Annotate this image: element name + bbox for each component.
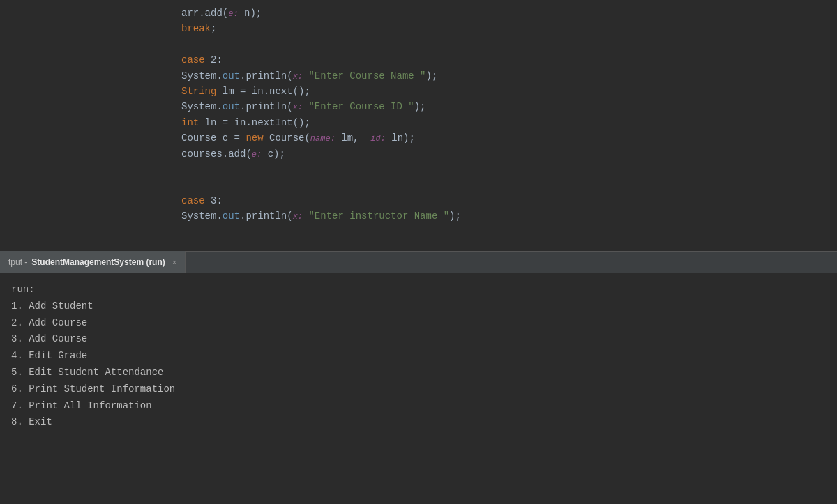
code-token: ln); <box>386 130 415 146</box>
code-line: System.out.println(x: "Enter Course ID "… <box>181 99 837 114</box>
code-token: new <box>246 130 263 146</box>
output-line: 1. Add Student <box>11 298 826 315</box>
output-line: 3. Add Course <box>11 331 826 348</box>
code-editor: arr.add(e: n); break; case 2: System.out… <box>0 0 837 251</box>
code-token: out <box>223 99 240 114</box>
code-token: .println( <box>240 99 293 114</box>
output-line: 8. Exit <box>11 414 826 431</box>
code-line: String lm = in.next(); <box>181 84 837 99</box>
code-token: break <box>181 21 211 36</box>
code-token: String <box>181 84 216 99</box>
code-token: Course( <box>264 130 310 146</box>
code-token: courses.add( <box>181 146 252 162</box>
code-token: .println( <box>240 208 293 224</box>
code-token: name: <box>310 132 335 146</box>
code-token: x: <box>293 70 303 84</box>
output-line: 2. Add Course <box>11 315 826 332</box>
code-token: Course c = <box>181 130 246 146</box>
code-token: e: <box>228 8 238 21</box>
code-line: Course c = new Course(name: lm, id: ln); <box>181 130 837 146</box>
code-token: out <box>223 208 240 224</box>
code-line: courses.add(e: c); <box>181 146 837 162</box>
code-token: 3: <box>205 193 223 208</box>
code-line: case 3: <box>181 193 837 208</box>
code-token: ); <box>449 208 461 224</box>
tab-prefix: tput - <box>8 257 27 267</box>
code-token: lm, <box>335 130 370 146</box>
code-token: id: <box>370 132 386 146</box>
code-token: ); <box>426 68 438 84</box>
run-tab[interactable]: tput - StudentManagementSystem (run) × <box>0 251 186 273</box>
tab-bar: tput - StudentManagementSystem (run) × <box>0 251 837 273</box>
output-panel: run:1. Add Student2. Add Course3. Add Co… <box>0 273 837 504</box>
code-line: case 2: <box>181 52 837 68</box>
code-line <box>181 37 837 52</box>
code-token: "Enter Course Name " <box>308 68 425 84</box>
code-token: .println( <box>240 68 293 84</box>
output-line: run: <box>11 282 826 298</box>
code-token: System. <box>181 208 223 224</box>
code-token: ; <box>211 21 216 36</box>
code-line <box>181 177 837 192</box>
code-line: System.out.println(x: "Enter instructor … <box>181 208 837 224</box>
code-token: c); <box>262 146 285 162</box>
code-token: x: <box>293 101 303 114</box>
code-token: e: <box>252 148 262 162</box>
code-token: arr.add( <box>181 6 228 21</box>
code-token: lm = in.next(); <box>216 84 310 99</box>
code-token: x: <box>293 211 303 224</box>
code-token: System. <box>181 68 223 84</box>
code-line: arr.add(e: n); <box>181 6 837 21</box>
code-line: System.out.println(x: "Enter Course Name… <box>181 68 837 84</box>
output-line: 7. Print All Information <box>11 398 826 415</box>
code-token: n); <box>239 6 262 21</box>
code-token: ); <box>414 99 426 114</box>
code-token: "Enter instructor Name " <box>308 208 449 224</box>
code-token: case <box>181 52 205 68</box>
code-token: case <box>181 193 205 208</box>
code-token <box>303 68 308 84</box>
code-line: break; <box>181 21 837 36</box>
code-token: int <box>181 115 199 130</box>
code-line: int ln = in.nextInt(); <box>181 115 837 130</box>
code-token <box>303 208 308 224</box>
code-token: ln = in.nextInt(); <box>199 115 310 130</box>
tab-close-button[interactable]: × <box>172 258 176 266</box>
output-line: 5. Edit Student Attendance <box>11 365 826 381</box>
code-line <box>181 162 837 177</box>
code-token: out <box>223 68 240 84</box>
tab-name: StudentManagementSystem (run) <box>31 257 165 267</box>
output-line: 4. Edit Grade <box>11 348 826 365</box>
code-token <box>303 99 308 114</box>
code-token: "Enter Course ID " <box>308 99 414 114</box>
code-token: System. <box>181 99 223 114</box>
output-line: 6. Print Student Information <box>11 381 826 398</box>
code-token: 2: <box>205 52 223 68</box>
